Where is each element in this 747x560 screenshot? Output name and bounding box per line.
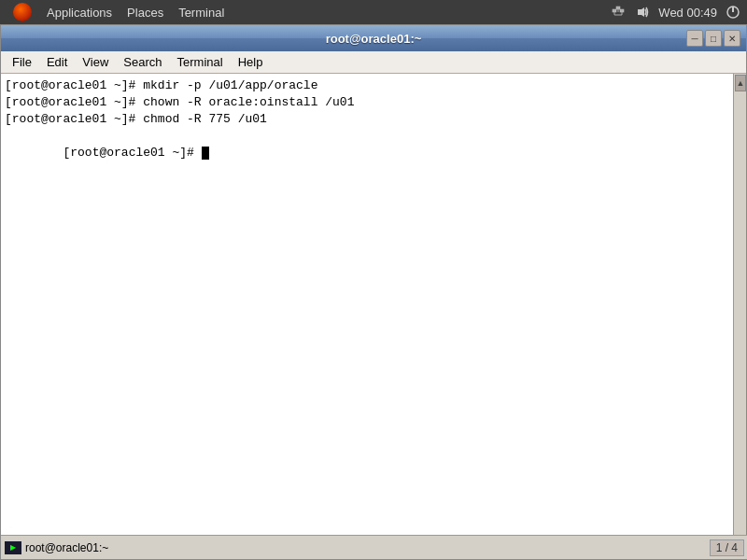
tab-counter: 1 / 4 — [710, 539, 744, 556]
menu-view[interactable]: View — [75, 53, 116, 71]
menu-edit[interactable]: Edit — [39, 53, 75, 71]
window-controls: ─ □ ✕ — [684, 30, 740, 47]
menu-terminal[interactable]: Terminal — [170, 53, 231, 71]
terminal-menu[interactable]: Terminal — [171, 4, 232, 21]
scrollbar-up-button[interactable]: ▲ — [735, 75, 746, 91]
taskbar-right: Wed 00:49 — [610, 4, 741, 21]
oracle-icon — [13, 3, 32, 21]
terminal-window: root@oracle01:~ ─ □ ✕ File Edit View Sea… — [0, 24, 747, 560]
power-icon[interactable] — [725, 4, 741, 21]
menu-help[interactable]: Help — [231, 53, 271, 71]
terminal-line-1: [root@oracle01 ~]# mkdir -p /u01/app/ora… — [5, 77, 729, 94]
taskbar: Applications Places Terminal — [0, 0, 747, 24]
bottom-status-bar: root@oracle01:~ 1 / 4 — [1, 535, 747, 559]
places-menu[interactable]: Places — [120, 4, 171, 21]
menu-file[interactable]: File — [5, 53, 39, 71]
terminal-line-2: [root@oracle01 ~]# chown -R oracle:oinst… — [5, 94, 729, 111]
bottom-terminal-label: root@oracle01:~ — [25, 541, 108, 554]
svg-rect-1 — [620, 9, 624, 12]
volume-icon[interactable] — [634, 4, 651, 21]
network-icon[interactable] — [610, 4, 627, 21]
datetime: Wed 00:49 — [658, 6, 717, 20]
scrollbar-track[interactable]: ▲ ▼ — [733, 74, 746, 559]
applications-menu[interactable]: Applications — [39, 4, 120, 21]
terminal-content[interactable]: [root@oracle01 ~]# mkdir -p /u01/app/ora… — [1, 74, 746, 559]
terminal-line-3: [root@oracle01 ~]# chmod -R 775 /u01 — [5, 111, 729, 128]
menu-bar: File Edit View Search Terminal Help — [1, 51, 746, 74]
title-bar: root@oracle01:~ ─ □ ✕ — [1, 25, 746, 51]
svg-marker-7 — [638, 7, 644, 17]
close-button[interactable]: ✕ — [724, 30, 740, 47]
bottom-left: root@oracle01:~ — [5, 541, 108, 554]
terminal-tab-icon — [5, 541, 21, 554]
restore-button[interactable]: □ — [705, 30, 722, 47]
minimize-button[interactable]: ─ — [686, 30, 703, 47]
menu-search[interactable]: Search — [116, 53, 169, 71]
taskbar-left: Applications Places Terminal — [6, 1, 232, 23]
terminal-line-4: [root@oracle01 ~]# — [5, 128, 729, 178]
svg-rect-0 — [613, 9, 616, 12]
cursor — [202, 147, 209, 160]
svg-rect-2 — [616, 7, 620, 9]
window-title: root@oracle01:~ — [63, 32, 684, 46]
oracle-logo-icon[interactable] — [6, 1, 39, 23]
